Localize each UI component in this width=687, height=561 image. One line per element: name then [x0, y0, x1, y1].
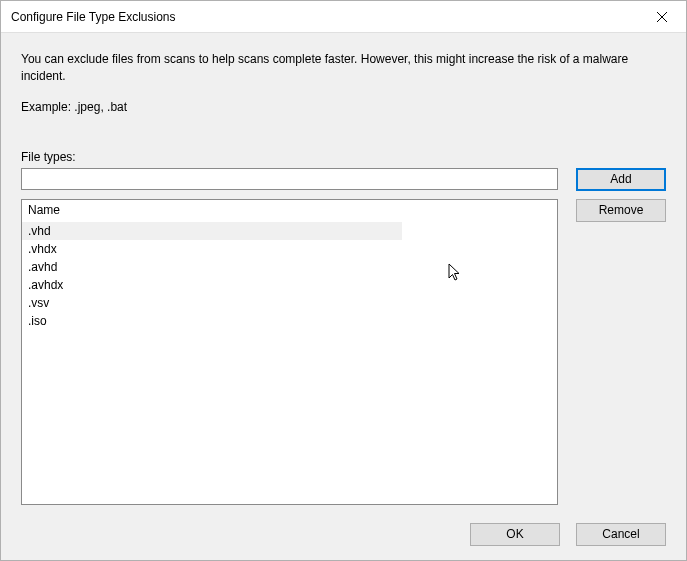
list-item[interactable]: .avhd — [22, 258, 402, 276]
list-row: Name .vhd .vhdx .avhd .avhdx .vsv .iso R… — [21, 199, 666, 505]
description-text: You can exclude files from scans to help… — [21, 51, 666, 86]
cancel-button[interactable]: Cancel — [576, 523, 666, 546]
list-item[interactable]: .vhdx — [22, 240, 402, 258]
list-item[interactable]: .vhd — [22, 222, 402, 240]
file-types-list[interactable]: Name .vhd .vhdx .avhd .avhdx .vsv .iso — [21, 199, 558, 505]
close-button[interactable] — [639, 2, 684, 32]
dialog-content: You can exclude files from scans to help… — [1, 33, 686, 560]
list-body: .vhd .vhdx .avhd .avhdx .vsv .iso — [22, 222, 557, 504]
list-item[interactable]: .iso — [22, 312, 402, 330]
file-types-input[interactable] — [21, 168, 558, 190]
list-column-header[interactable]: Name — [22, 200, 557, 222]
window-title: Configure File Type Exclusions — [11, 10, 176, 24]
close-icon — [657, 12, 667, 22]
ok-button[interactable]: OK — [470, 523, 560, 546]
dialog-footer: OK Cancel — [21, 519, 666, 546]
list-item[interactable]: .vsv — [22, 294, 402, 312]
example-text: Example: .jpeg, .bat — [21, 100, 666, 114]
input-row: Add — [21, 168, 666, 191]
add-button[interactable]: Add — [576, 168, 666, 191]
side-buttons: Remove — [576, 199, 666, 505]
list-item[interactable]: .avhdx — [22, 276, 402, 294]
remove-button[interactable]: Remove — [576, 199, 666, 222]
file-types-label: File types: — [21, 150, 666, 164]
titlebar: Configure File Type Exclusions — [1, 1, 686, 33]
dialog-window: Configure File Type Exclusions You can e… — [0, 0, 687, 561]
